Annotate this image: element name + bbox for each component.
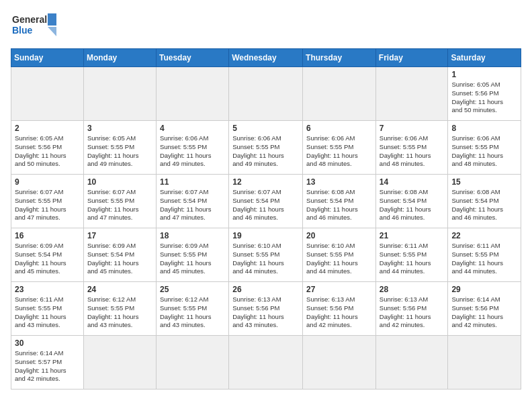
day-cell: 8Sunrise: 6:06 AM Sunset: 5:55 PM Daylig… (448, 121, 521, 175)
day-info: Sunrise: 6:05 AM Sunset: 5:56 PM Dayligh… (15, 134, 80, 169)
day-cell (375, 336, 448, 390)
day-cell (303, 336, 376, 390)
day-number: 7 (380, 124, 445, 133)
day-number: 24 (87, 285, 152, 294)
col-header-friday: Friday (375, 49, 448, 67)
day-cell: 9Sunrise: 6:07 AM Sunset: 5:55 PM Daylig… (11, 175, 84, 228)
day-number: 20 (306, 231, 372, 240)
day-info: Sunrise: 6:12 AM Sunset: 5:55 PM Dayligh… (160, 295, 225, 330)
day-cell (448, 336, 521, 390)
day-info: Sunrise: 6:09 AM Sunset: 5:54 PM Dayligh… (15, 242, 80, 276)
day-cell: 14Sunrise: 6:08 AM Sunset: 5:54 PM Dayli… (375, 175, 448, 228)
day-number: 9 (15, 177, 80, 187)
day-number: 18 (160, 231, 225, 240)
day-info: Sunrise: 6:13 AM Sunset: 5:56 PM Dayligh… (306, 295, 372, 330)
day-cell: 19Sunrise: 6:10 AM Sunset: 5:55 PM Dayli… (229, 228, 303, 282)
week-row-4: 16Sunrise: 6:09 AM Sunset: 5:54 PM Dayli… (11, 228, 521, 282)
day-number: 28 (380, 285, 445, 294)
day-info: Sunrise: 6:10 AM Sunset: 5:55 PM Dayligh… (306, 242, 372, 276)
day-cell: 13Sunrise: 6:08 AM Sunset: 5:54 PM Dayli… (303, 175, 376, 228)
day-cell (303, 67, 376, 121)
day-info: Sunrise: 6:07 AM Sunset: 5:55 PM Dayligh… (15, 188, 80, 222)
day-number: 5 (232, 124, 299, 133)
day-number: 4 (160, 124, 225, 133)
svg-text:Blue: Blue (12, 25, 33, 36)
week-row-2: 2Sunrise: 6:05 AM Sunset: 5:56 PM Daylig… (11, 121, 521, 175)
day-info: Sunrise: 6:08 AM Sunset: 5:54 PM Dayligh… (306, 188, 372, 222)
day-number: 30 (15, 338, 80, 348)
day-info: Sunrise: 6:07 AM Sunset: 5:55 PM Dayligh… (87, 188, 152, 222)
col-header-wednesday: Wednesday (229, 49, 303, 67)
day-info: Sunrise: 6:08 AM Sunset: 5:54 PM Dayligh… (451, 188, 517, 222)
week-row-1: 1Sunrise: 6:05 AM Sunset: 5:56 PM Daylig… (11, 67, 521, 121)
day-number: 8 (451, 124, 517, 133)
day-number: 13 (306, 177, 372, 187)
day-cell: 20Sunrise: 6:10 AM Sunset: 5:55 PM Dayli… (303, 228, 376, 282)
logo: General Blue (11, 11, 58, 40)
day-info: Sunrise: 6:10 AM Sunset: 5:55 PM Dayligh… (232, 242, 299, 276)
day-cell (83, 336, 156, 390)
day-info: Sunrise: 6:06 AM Sunset: 5:55 PM Dayligh… (306, 134, 372, 169)
col-header-sunday: Sunday (11, 49, 84, 67)
day-number: 25 (160, 285, 225, 294)
day-number: 21 (380, 231, 445, 240)
day-info: Sunrise: 6:06 AM Sunset: 5:55 PM Dayligh… (160, 134, 225, 169)
day-info: Sunrise: 6:11 AM Sunset: 5:55 PM Dayligh… (380, 242, 445, 276)
svg-text:General: General (12, 14, 47, 25)
day-number: 6 (306, 124, 372, 133)
day-cell: 2Sunrise: 6:05 AM Sunset: 5:56 PM Daylig… (11, 121, 84, 175)
week-row-5: 23Sunrise: 6:11 AM Sunset: 5:55 PM Dayli… (11, 282, 521, 336)
day-number: 16 (15, 231, 80, 240)
day-cell: 7Sunrise: 6:06 AM Sunset: 5:55 PM Daylig… (375, 121, 448, 175)
day-cell: 29Sunrise: 6:14 AM Sunset: 5:56 PM Dayli… (448, 282, 521, 336)
day-info: Sunrise: 6:05 AM Sunset: 5:55 PM Dayligh… (87, 134, 152, 169)
day-cell: 12Sunrise: 6:07 AM Sunset: 5:54 PM Dayli… (229, 175, 303, 228)
day-cell: 25Sunrise: 6:12 AM Sunset: 5:55 PM Dayli… (156, 282, 228, 336)
day-info: Sunrise: 6:11 AM Sunset: 5:55 PM Dayligh… (15, 295, 80, 330)
day-number: 11 (160, 177, 225, 187)
day-cell (11, 67, 84, 121)
week-row-3: 9Sunrise: 6:07 AM Sunset: 5:55 PM Daylig… (11, 175, 521, 228)
day-info: Sunrise: 6:07 AM Sunset: 5:54 PM Dayligh… (160, 188, 225, 222)
day-number: 22 (451, 231, 517, 240)
day-number: 26 (232, 285, 299, 294)
day-number: 15 (451, 177, 517, 187)
svg-marker-2 (48, 13, 56, 26)
day-info: Sunrise: 6:06 AM Sunset: 5:55 PM Dayligh… (232, 134, 299, 169)
day-info: Sunrise: 6:13 AM Sunset: 5:56 PM Dayligh… (380, 295, 445, 330)
day-cell (156, 67, 228, 121)
day-number: 14 (380, 177, 445, 187)
col-header-tuesday: Tuesday (156, 49, 228, 67)
week-row-6: 30Sunrise: 6:14 AM Sunset: 5:57 PM Dayli… (11, 336, 521, 390)
day-cell: 3Sunrise: 6:05 AM Sunset: 5:55 PM Daylig… (83, 121, 156, 175)
day-cell: 23Sunrise: 6:11 AM Sunset: 5:55 PM Dayli… (11, 282, 84, 336)
day-info: Sunrise: 6:06 AM Sunset: 5:55 PM Dayligh… (380, 134, 445, 169)
calendar-table: SundayMondayTuesdayWednesdayThursdayFrid… (11, 48, 521, 390)
day-cell: 10Sunrise: 6:07 AM Sunset: 5:55 PM Dayli… (83, 175, 156, 228)
day-number: 29 (451, 285, 517, 294)
day-cell: 16Sunrise: 6:09 AM Sunset: 5:54 PM Dayli… (11, 228, 84, 282)
day-number: 12 (232, 177, 299, 187)
day-number: 2 (15, 124, 80, 133)
day-cell: 28Sunrise: 6:13 AM Sunset: 5:56 PM Dayli… (375, 282, 448, 336)
page-header: General Blue (11, 11, 521, 40)
day-number: 19 (232, 231, 299, 240)
day-cell: 18Sunrise: 6:09 AM Sunset: 5:55 PM Dayli… (156, 228, 228, 282)
day-cell: 21Sunrise: 6:11 AM Sunset: 5:55 PM Dayli… (375, 228, 448, 282)
day-info: Sunrise: 6:14 AM Sunset: 5:57 PM Dayligh… (15, 349, 80, 383)
day-number: 1 (451, 70, 517, 79)
day-number: 17 (87, 231, 152, 240)
day-cell: 22Sunrise: 6:11 AM Sunset: 5:55 PM Dayli… (448, 228, 521, 282)
day-info: Sunrise: 6:05 AM Sunset: 5:56 PM Dayligh… (451, 81, 517, 115)
day-info: Sunrise: 6:08 AM Sunset: 5:54 PM Dayligh… (380, 188, 445, 222)
col-header-saturday: Saturday (448, 49, 521, 67)
day-number: 10 (87, 177, 152, 187)
day-cell: 5Sunrise: 6:06 AM Sunset: 5:55 PM Daylig… (229, 121, 303, 175)
day-cell: 4Sunrise: 6:06 AM Sunset: 5:55 PM Daylig… (156, 121, 228, 175)
day-cell: 17Sunrise: 6:09 AM Sunset: 5:54 PM Dayli… (83, 228, 156, 282)
day-info: Sunrise: 6:06 AM Sunset: 5:55 PM Dayligh… (451, 134, 517, 169)
day-info: Sunrise: 6:12 AM Sunset: 5:55 PM Dayligh… (87, 295, 152, 330)
day-number: 27 (306, 285, 372, 294)
day-info: Sunrise: 6:07 AM Sunset: 5:54 PM Dayligh… (232, 188, 299, 222)
col-header-thursday: Thursday (303, 49, 376, 67)
